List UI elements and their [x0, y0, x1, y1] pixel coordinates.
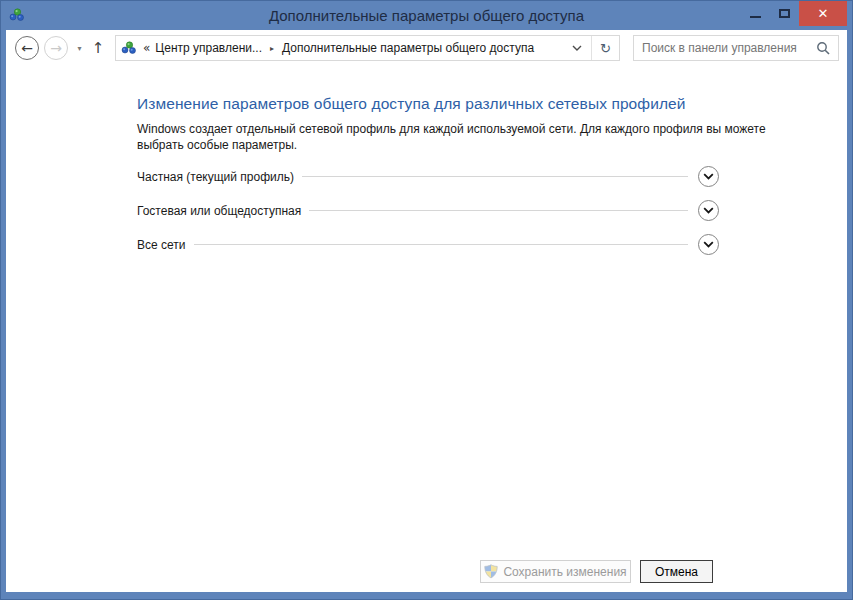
page-title: Изменение параметров общего доступа для …: [137, 95, 847, 113]
forward-button[interactable]: →: [44, 36, 68, 60]
section-all-networks: Все сети: [137, 228, 719, 262]
chevron-down-icon: [572, 45, 582, 51]
chevron-down-icon: [703, 173, 714, 180]
section-private-profile: Частная (текущий профиль): [137, 160, 719, 194]
back-button[interactable]: ←: [15, 36, 39, 60]
search-input[interactable]: [634, 41, 816, 55]
titlebar: Дополнительные параметры общего доступа …: [0, 0, 853, 30]
main-content: Изменение параметров общего доступа для …: [6, 66, 847, 592]
close-button[interactable]: ✕: [799, 1, 847, 26]
breadcrumb[interactable]: « Центр управлени... ▸ Дополнительные па…: [115, 35, 620, 61]
section-divider: [309, 210, 688, 211]
cancel-button[interactable]: Отмена: [640, 560, 713, 583]
footer-buttons: Сохранить изменения Отмена: [480, 560, 713, 583]
section-divider: [302, 176, 688, 177]
breadcrumb-item-current[interactable]: Дополнительные параметры общего доступа: [282, 41, 534, 55]
chevron-down-icon: [703, 241, 714, 248]
uac-shield-icon: [484, 564, 498, 579]
profile-sections: Частная (текущий профиль) Гостевая или о…: [137, 160, 719, 262]
minimize-button[interactable]: [741, 1, 770, 26]
search-box[interactable]: [633, 35, 839, 61]
window: Дополнительные параметры общего доступа …: [0, 0, 853, 600]
section-label: Гостевая или общедоступная: [137, 204, 301, 218]
network-sharing-icon: [121, 40, 137, 56]
section-divider: [194, 244, 689, 245]
up-button[interactable]: ↑: [91, 39, 105, 57]
section-guest-public: Гостевая или общедоступная: [137, 194, 719, 228]
address-dropdown-button[interactable]: [572, 45, 582, 51]
breadcrumb-overflow-icon[interactable]: «: [143, 41, 150, 55]
search-icon: [816, 41, 830, 55]
window-controls: ✕: [741, 1, 847, 27]
search-button[interactable]: [816, 41, 830, 55]
section-label: Все сети: [137, 238, 186, 252]
save-changes-label: Сохранить изменения: [503, 565, 626, 579]
app-surface: ← → ▾ ↑ « Центр управлени... ▸ Дополните…: [6, 30, 847, 592]
maximize-button[interactable]: [770, 1, 799, 26]
expand-section-button[interactable]: [698, 234, 719, 255]
save-changes-button[interactable]: Сохранить изменения: [480, 560, 631, 583]
refresh-button[interactable]: ↻: [592, 41, 619, 56]
window-title: Дополнительные параметры общего доступа: [0, 7, 853, 24]
page-description: Windows создает отдельный сетевой профил…: [137, 122, 769, 154]
minimize-icon: [750, 16, 761, 18]
history-dropdown-icon[interactable]: ▾: [75, 44, 84, 53]
chevron-down-icon: [703, 207, 714, 214]
breadcrumb-separator-icon[interactable]: ▸: [270, 44, 274, 53]
expand-section-button[interactable]: [698, 200, 719, 221]
cancel-label: Отмена: [655, 565, 698, 579]
breadcrumb-item-control-panel[interactable]: Центр управлени...: [155, 41, 262, 55]
maximize-icon: [779, 9, 790, 18]
close-icon: ✕: [818, 6, 829, 21]
expand-section-button[interactable]: [698, 166, 719, 187]
section-label: Частная (текущий профиль): [137, 170, 294, 184]
navigation-bar: ← → ▾ ↑ « Центр управлени... ▸ Дополните…: [6, 30, 847, 66]
